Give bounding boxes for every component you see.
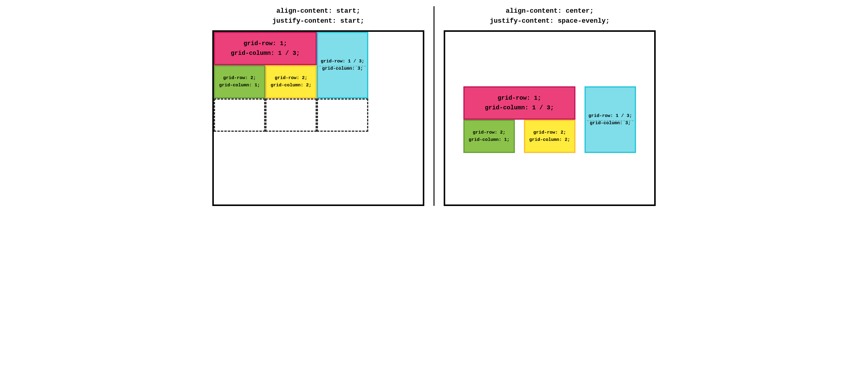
grid-cell <box>214 98 265 132</box>
item-code-line: grid-column: 2; <box>529 136 570 144</box>
item-code-line: grid-row: 1 / 3; <box>588 112 632 120</box>
panel-left: align-content: start; justify-content: s… <box>212 6 424 206</box>
item-code-line: grid-row: 2; <box>223 74 256 82</box>
title-right-line1: align-content: center; <box>444 6 656 16</box>
vertical-divider <box>433 6 435 206</box>
item-code-line: grid-row: 2; <box>275 74 307 82</box>
title-left-line2: justify-content: start; <box>212 16 424 26</box>
grid-container-left: grid-row: 1 / 3; grid-column: 3; grid-ro… <box>212 30 424 206</box>
diagram-root: align-content: start; justify-content: s… <box>3 6 865 206</box>
track-divider-line <box>319 66 366 67</box>
grid-item-cyan: grid-row: 1 / 3; grid-column: 3; <box>317 32 368 98</box>
grid-item-yellow: grid-row: 2; grid-column: 2; <box>265 65 317 98</box>
grid-container-right: grid-row: 1 / 3; grid-column: 3; grid-ro… <box>444 30 656 206</box>
title-left-line1: align-content: start; <box>212 6 424 16</box>
grid-item-pink: grid-row: 1; grid-column: 1 / 3; <box>214 32 317 65</box>
item-code-line: grid-column: 1; <box>219 82 260 89</box>
title-right-line2: justify-content: space-evenly; <box>444 16 656 26</box>
panel-left-title: align-content: start; justify-content: s… <box>212 6 424 26</box>
item-code-line: grid-row: 1; <box>244 39 287 49</box>
grid-item-yellow: grid-row: 2; grid-column: 2; <box>524 120 576 153</box>
item-code-line: grid-row: 1 / 3; <box>321 58 364 65</box>
item-code-line: grid-column: 1 / 3; <box>485 103 554 113</box>
grid-item-pink: grid-row: 1; grid-column: 1 / 3; <box>463 86 576 120</box>
panel-right-title: align-content: center; justify-content: … <box>444 6 656 26</box>
item-code-line: grid-row: 1; <box>498 93 541 103</box>
grid-item-cyan: grid-row: 1 / 3; grid-column: 3; <box>585 86 636 153</box>
track-divider-line <box>587 120 633 121</box>
item-code-line: grid-row: 2; <box>473 129 505 136</box>
grid-cell <box>317 98 368 132</box>
grid-item-green: grid-row: 2; grid-column: 1; <box>214 65 265 98</box>
item-code-line: grid-column: 1; <box>468 136 509 144</box>
panel-right: align-content: center; justify-content: … <box>444 6 656 206</box>
item-code-line: grid-column: 1 / 3; <box>231 49 300 58</box>
item-code-line: grid-row: 2; <box>533 129 566 136</box>
grid-item-green: grid-row: 2; grid-column: 1; <box>463 120 515 153</box>
item-code-line: grid-column: 2; <box>271 82 311 89</box>
grid-cell <box>265 98 317 132</box>
